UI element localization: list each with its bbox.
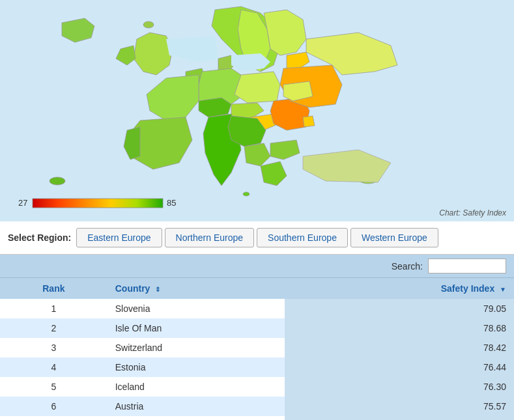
rank-cell: 1 <box>0 299 107 318</box>
safety-index-cell: 79.05 <box>285 299 514 318</box>
table-row: 4Estonia76.44 <box>0 357 514 377</box>
region-buttons-bar: Select Region: Eastern Europe Northern E… <box>0 221 514 255</box>
rank-cell: 5 <box>0 377 107 397</box>
safety-sort-icon: ▼ <box>500 286 506 293</box>
country-cell: Estonia <box>107 357 285 377</box>
country-cell: Iceland <box>107 377 285 397</box>
svg-point-4 <box>243 192 250 196</box>
rank-cell: 6 <box>0 397 107 416</box>
search-label: Search: <box>392 261 423 272</box>
svg-point-2 <box>143 21 154 28</box>
safety-index-cell: 78.42 <box>285 338 514 357</box>
table-row: 2Isle Of Man78.68 <box>0 318 514 338</box>
table-row: 5Iceland76.30 <box>0 377 514 397</box>
data-table-section: Search: Rank Country ⇕ Safety Index ▼ 1S… <box>0 255 514 420</box>
chart-label: Chart: Safety Index <box>439 208 506 217</box>
svg-text:27: 27 <box>18 198 27 208</box>
safety-index-cell: 75.57 <box>285 397 514 416</box>
region-btn-southern[interactable]: Southern Europe <box>257 228 348 247</box>
table-search-bar: Search: <box>0 255 514 277</box>
rankings-table: Rank Country ⇕ Safety Index ▼ 1Slovenia7… <box>0 277 514 420</box>
svg-text:85: 85 <box>167 198 176 208</box>
svg-rect-5 <box>33 199 163 208</box>
safety-index-cell: 78.68 <box>285 318 514 338</box>
region-btn-eastern[interactable]: Eastern Europe <box>76 228 162 247</box>
rank-cell: 7 <box>0 416 107 420</box>
table-row: 6Austria75.57 <box>0 397 514 416</box>
country-sort-icon: ⇕ <box>155 286 160 293</box>
table-row: 3Switzerland78.42 <box>0 338 514 357</box>
rank-cell: 2 <box>0 318 107 338</box>
table-row: 7Croatia75.33 <box>0 416 514 420</box>
search-input[interactable] <box>428 259 506 273</box>
safety-index-cell: 75.33 <box>285 416 514 420</box>
region-btn-western[interactable]: Western Europe <box>350 228 438 247</box>
country-cell: Slovenia <box>107 299 285 318</box>
country-cell: Croatia <box>107 416 285 420</box>
svg-point-1 <box>50 177 65 185</box>
col-header-rank: Rank <box>0 278 107 300</box>
safety-index-cell: 76.44 <box>285 357 514 377</box>
safety-index-cell: 76.30 <box>285 377 514 397</box>
table-row: 1Slovenia79.05 <box>0 299 514 318</box>
map-container: 27 85 Chart: Safety Index <box>0 0 514 221</box>
rank-cell: 4 <box>0 357 107 377</box>
country-cell: Austria <box>107 397 285 416</box>
select-region-label: Select Region: <box>8 232 71 243</box>
country-cell: Switzerland <box>107 338 285 357</box>
rank-cell: 3 <box>0 338 107 357</box>
col-header-country[interactable]: Country ⇕ <box>107 278 285 300</box>
country-cell: Isle Of Man <box>107 318 285 338</box>
col-header-safety[interactable]: Safety Index ▼ <box>285 278 514 300</box>
region-btn-northern[interactable]: Northern Europe <box>165 228 255 247</box>
